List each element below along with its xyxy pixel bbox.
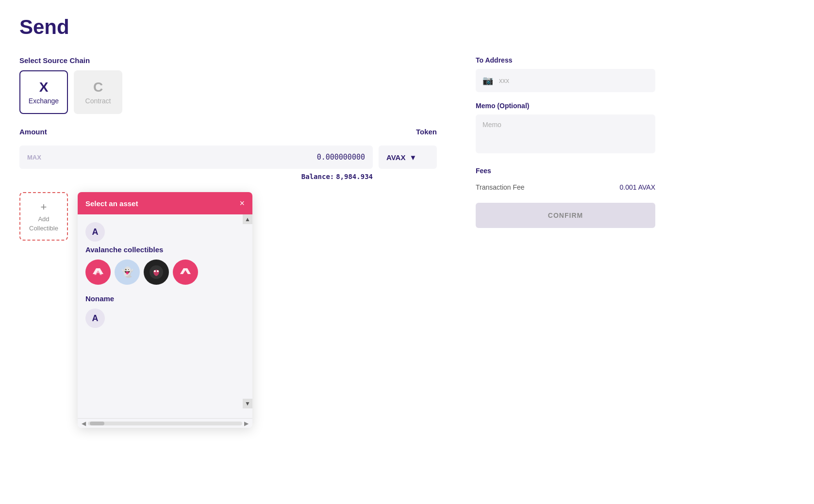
asset-picker-title: Select an asset <box>85 199 138 208</box>
memo-input[interactable]: Memo <box>476 114 655 153</box>
balance-value: 8,984.934 <box>336 173 373 180</box>
memo-label: Memo (Optional) <box>476 102 655 110</box>
token-select[interactable]: AVAX ▼ <box>379 146 437 169</box>
camera-icon[interactable]: 📷 <box>482 75 493 86</box>
asset-letter-icon-a: A <box>85 222 105 242</box>
scroll-down-arrow[interactable]: ▼ <box>243 399 252 408</box>
address-input[interactable]: 📷 xxx <box>476 69 655 92</box>
chain-btn-contract[interactable]: C Contract <box>74 70 122 114</box>
fee-row: Transaction Fee 0.001 AVAX <box>476 179 655 195</box>
amount-input[interactable]: MAX 0.000000000 <box>19 146 373 169</box>
source-chain-label: Select Source Chain <box>19 56 437 65</box>
exchange-name: Exchange <box>29 97 59 105</box>
add-label: Add <box>38 215 49 223</box>
right-panel: To Address 📷 xxx Memo (Optional) Memo Fe… <box>476 56 655 228</box>
page-title: Send <box>19 16 795 39</box>
collectible-thumb-3[interactable] <box>144 260 169 285</box>
amount-value: 0.000000000 <box>317 153 365 162</box>
add-sub-label: Collectible <box>29 225 58 232</box>
hscroll-thumb <box>90 422 104 425</box>
amount-label: Amount <box>19 128 47 136</box>
asset-picker-footer: ◀ ▶ <box>78 418 252 428</box>
collectibles-area: + Add Collectible Select an asset × A Av… <box>19 192 437 241</box>
asset-picker-header: Select an asset × <box>78 192 252 214</box>
asset-section-name-avalanche: Avalanche collectibles <box>85 245 245 254</box>
token-selected: AVAX <box>386 153 405 162</box>
chain-btn-exchange[interactable]: X Exchange <box>19 70 68 114</box>
memo-placeholder: Memo <box>482 121 501 129</box>
plus-icon: + <box>41 201 47 213</box>
collectible-thumbs: 👻 <box>85 260 245 285</box>
collectible-thumb-4[interactable] <box>173 260 198 285</box>
transaction-fee-label: Transaction Fee <box>476 183 525 191</box>
svg-point-1 <box>154 270 156 272</box>
balance-row: Balance: 8,984.934 <box>19 173 373 180</box>
noname-label: Noname <box>85 294 245 303</box>
collectible-thumb-1[interactable] <box>85 260 111 285</box>
to-address-label: To Address <box>476 56 655 64</box>
transaction-fee-value: 0.001 AVAX <box>620 183 655 191</box>
contract-name: Contract <box>85 97 111 105</box>
asset-picker-close-button[interactable]: × <box>239 199 245 208</box>
address-placeholder: xxx <box>499 77 509 84</box>
noname-letter-icon: A <box>85 309 105 328</box>
chevron-down-icon: ▼ <box>409 153 416 162</box>
asset-section-noname: Noname A <box>78 294 252 340</box>
exchange-letter: X <box>39 80 49 95</box>
token-label: Token <box>416 128 437 136</box>
collectible-thumb-2[interactable]: 👻 <box>115 260 140 285</box>
fees-section: Fees Transaction Fee 0.001 AVAX <box>476 167 655 195</box>
add-collectible-button[interactable]: + Add Collectible <box>19 192 68 241</box>
scroll-up-arrow[interactable]: ▲ <box>243 214 252 224</box>
chain-selector: X Exchange C Contract <box>19 70 437 114</box>
asset-picker: Select an asset × A Avalanche collectibl… <box>78 192 252 428</box>
svg-point-2 <box>157 270 159 272</box>
asset-section-avalanche: A Avalanche collectibles 👻 <box>78 214 252 294</box>
fees-label: Fees <box>476 167 655 175</box>
max-label[interactable]: MAX <box>27 154 41 161</box>
confirm-button[interactable]: CONFIRM <box>476 203 655 228</box>
asset-picker-body[interactable]: A Avalanche collectibles 👻 <box>78 214 252 418</box>
hscroll-track <box>88 422 242 425</box>
contract-letter: C <box>93 80 103 95</box>
